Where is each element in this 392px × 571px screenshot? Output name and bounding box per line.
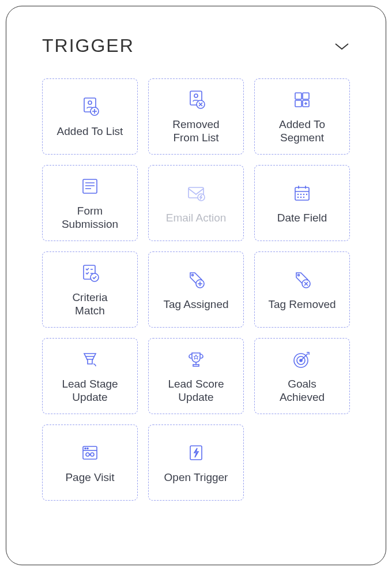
- email-action-icon: [184, 182, 208, 205]
- trigger-label: Lead Stage Update: [57, 378, 122, 404]
- form-icon: [78, 175, 101, 198]
- trigger-lead-stage-update[interactable]: Lead Stage Update: [42, 338, 138, 414]
- trigger-label: Tag Removed: [263, 298, 340, 311]
- svg-point-27: [91, 453, 94, 456]
- svg-point-16: [192, 274, 194, 276]
- trigger-label: Criteria Match: [67, 291, 112, 318]
- svg-rect-10: [83, 179, 97, 193]
- panel-title: TRIGGER: [42, 35, 134, 57]
- svg-point-4: [194, 94, 198, 97]
- bolt-icon: [184, 441, 208, 464]
- trigger-form-submission[interactable]: Form Submission: [42, 165, 138, 241]
- svg-point-1: [88, 101, 92, 104]
- trigger-page-visit[interactable]: Page Visit: [42, 425, 138, 501]
- trigger-added-to-list[interactable]: Added To List: [42, 78, 138, 155]
- trigger-criteria-match[interactable]: Criteria Match: [42, 251, 138, 328]
- trigger-open-trigger[interactable]: Open Trigger: [148, 425, 244, 501]
- trigger-tag-removed[interactable]: Tag Removed: [254, 251, 350, 328]
- checklist-icon: [78, 261, 101, 284]
- trigger-label: Added To Segment: [274, 118, 330, 145]
- trigger-label: Date Field: [273, 212, 332, 225]
- funnel-icon: [78, 348, 101, 371]
- svg-point-26: [86, 453, 89, 456]
- tag-add-icon: [184, 268, 208, 291]
- trigger-panel: TRIGGER Added To List: [6, 6, 386, 565]
- trigger-tag-assigned[interactable]: Tag Assigned: [148, 251, 244, 328]
- trigger-removed-from-list[interactable]: Removed From List: [148, 78, 244, 155]
- trigger-label: Email Action: [161, 212, 231, 225]
- svg-point-18: [298, 274, 300, 276]
- trigger-label: Removed From List: [168, 118, 224, 145]
- trigger-label: Form Submission: [57, 205, 123, 231]
- panel-header: TRIGGER: [42, 35, 350, 57]
- trophy-icon: [184, 348, 208, 371]
- tag-remove-icon: [291, 268, 314, 291]
- svg-rect-7: [303, 93, 309, 99]
- target-icon: [291, 348, 314, 371]
- calendar-icon: [291, 182, 314, 205]
- trigger-grid: Added To List Removed From List: [42, 78, 350, 501]
- svg-rect-8: [295, 100, 301, 107]
- browser-icon: [78, 441, 101, 464]
- trigger-label: Added To List: [52, 125, 128, 138]
- trigger-label: Open Trigger: [160, 471, 233, 484]
- trigger-label: Page Visit: [61, 471, 119, 484]
- trigger-label: Goals Achieved: [275, 378, 329, 404]
- trigger-date-field[interactable]: Date Field: [254, 165, 350, 241]
- svg-point-25: [87, 448, 88, 449]
- trigger-goals-achieved[interactable]: Goals Achieved: [254, 338, 350, 414]
- chevron-down-icon[interactable]: [334, 42, 350, 51]
- svg-rect-6: [295, 93, 301, 99]
- list-add-icon: [78, 95, 101, 118]
- trigger-label: Lead Score Update: [163, 378, 228, 404]
- trigger-label: Tag Assigned: [159, 298, 233, 311]
- list-remove-icon: [184, 88, 208, 111]
- segment-add-icon: [291, 88, 314, 111]
- trigger-email-action[interactable]: Email Action: [148, 165, 244, 241]
- trigger-added-to-segment[interactable]: Added To Segment: [254, 78, 350, 155]
- trigger-lead-score-update[interactable]: Lead Score Update: [148, 338, 244, 414]
- svg-point-24: [85, 448, 86, 449]
